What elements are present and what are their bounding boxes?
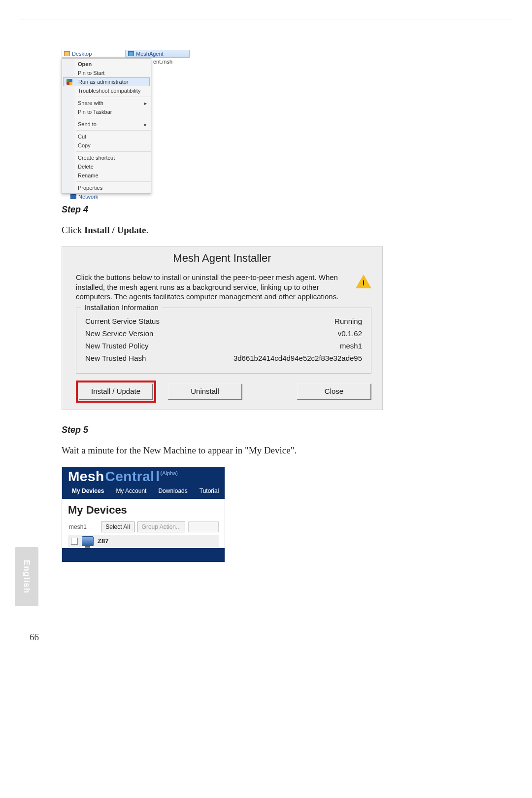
ctx-properties[interactable]: Properties [62,183,151,192]
explorer-file-meshagent: MeshAgent [126,50,190,58]
ctx-troubleshoot[interactable]: Troubleshoot compatibility [62,86,151,95]
logo-alpha: (Alpha) [161,470,178,476]
ctx-pin-taskbar[interactable]: Pin to Taskbar [62,107,151,116]
context-menu: Open Pin to Start Run as administrator T… [62,58,151,194]
groupbox-title: Installation Information [81,303,162,312]
policy-label: New Trusted Policy [85,342,148,350]
step4-text-prefix: Click [62,225,84,235]
separator [76,130,151,131]
separator [76,151,151,152]
file-label: MeshAgent [136,51,164,57]
figure-meshcentral: MeshCentral (Alpha) My Devices My Accoun… [62,467,225,562]
ctx-open[interactable]: Open [62,60,151,69]
step5-text: Wait a minute for the New Machine to app… [62,445,419,456]
folder-icon [64,51,70,56]
separator [76,118,151,118]
shield-icon [66,79,72,85]
installer-title: Mesh Agent Installer [62,247,382,270]
explorer-network-label: Network [70,194,190,200]
network-text: Network [78,194,98,200]
top-rule [20,20,512,20]
close-button[interactable]: Close [297,383,371,400]
installer-description: Click the buttons below to install or un… [76,273,347,302]
meshcentral-logo: MeshCentral (Alpha) [68,470,177,484]
highlight-frame: Install / Update [76,381,156,403]
meshcentral-tabs: My Devices My Account Downloads Tutorial [62,485,225,499]
hash-label: New Trusted Hash [85,354,146,362]
ctx-create-shortcut[interactable]: Create shortcut [62,153,151,162]
separator [76,97,151,97]
ctx-run-as-administrator[interactable]: Run as administrator [63,77,150,86]
separator [76,181,151,182]
ctx-delete[interactable]: Delete [62,162,151,171]
uninstall-button[interactable]: Uninstall [168,383,242,400]
hash-value: 3d661b2414cd4d94e52c2f83e32ade95 [233,354,362,362]
tab-downloads[interactable]: Downloads [152,485,193,499]
logo-mesh: Mesh [68,470,104,484]
figure-context-menu: Desktop MeshAgent ent.msh Open Pin to St… [62,50,190,200]
chevron-right-icon: ▸ [144,122,147,127]
language-tab: English [15,547,38,606]
status-value: Running [334,317,362,325]
meshcentral-footer [62,548,225,562]
logo-central: Central [105,470,155,484]
policy-value: mesh1 [340,342,362,350]
page-number: 66 [30,632,39,643]
status-label: Current Service Status [85,317,160,325]
explorer-breadcrumb-desktop: Desktop [62,50,126,58]
language-label: English [22,560,32,593]
ctx-cut[interactable]: Cut [62,132,151,141]
app-icon [128,51,134,56]
ctx-send-to-label: Send to [78,121,97,127]
ctx-run-admin-label: Run as administrator [78,79,129,85]
device-row[interactable]: Z87 [68,535,219,547]
meshcentral-header: MeshCentral (Alpha) [62,467,225,485]
mesh-group-name: mesh1 [68,523,98,530]
ctx-share-with[interactable]: Share with ▸ [62,99,151,107]
chevron-right-icon: ▸ [144,101,147,106]
group-action-extra [188,521,219,532]
ctx-rename[interactable]: Rename [62,171,151,180]
group-action-button[interactable]: Group Action... [137,521,185,532]
breadcrumb-label: Desktop [72,51,92,57]
figure-mesh-agent-installer: Mesh Agent Installer Click the buttons b… [62,246,383,410]
install-update-button[interactable]: Install / Update [79,383,153,400]
step4-text-bold: Install / Update [84,225,146,235]
step4-text: Click Install / Update. [62,225,419,236]
version-value: v0.1.62 [338,329,362,338]
file-side-label: ent.msh [151,58,174,66]
ctx-open-label: Open [78,61,92,67]
ctx-pin-start[interactable]: Pin to Start [62,69,151,77]
tab-my-devices[interactable]: My Devices [66,485,110,499]
step5-heading: Step 5 [62,425,419,435]
ctx-send-to[interactable]: Send to ▸ [62,120,151,129]
tab-tutorial[interactable]: Tutorial [194,485,225,499]
page-title: My Devices [68,504,219,517]
version-label: New Service Version [85,329,153,338]
step4-text-suffix: . [146,225,149,235]
ctx-copy[interactable]: Copy [62,141,151,150]
select-all-button[interactable]: Select All [101,521,134,532]
warning-icon [356,275,371,288]
computer-icon [82,536,94,546]
network-icon [70,194,76,199]
device-name: Z87 [98,537,108,545]
step4-heading: Step 4 [62,205,419,215]
device-checkbox[interactable] [71,538,78,545]
logo-bar-icon [157,471,159,481]
installation-information-group: Installation Information Current Service… [76,308,371,374]
ctx-share-with-label: Share with [78,100,103,106]
tab-my-account[interactable]: My Account [110,485,152,499]
